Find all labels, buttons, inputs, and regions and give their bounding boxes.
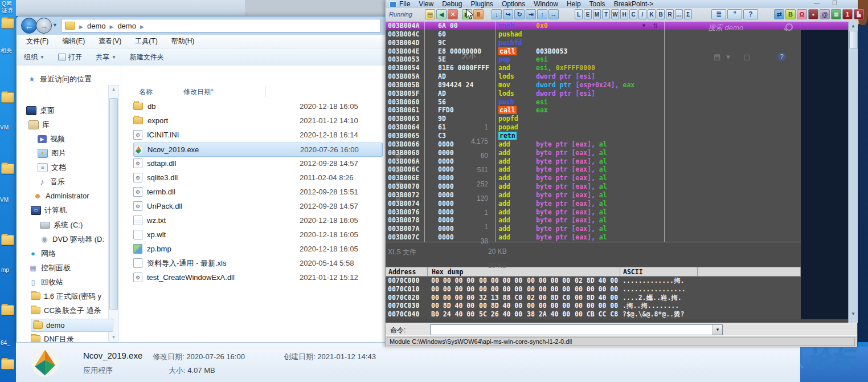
debugger-toolbar-button[interactable]: ● bbox=[808, 9, 818, 19]
minimize-button[interactable]: — bbox=[814, 0, 820, 6]
breadcrumb-segment[interactable]: demo bbox=[117, 22, 136, 30]
sidebar-item[interactable]: ▭计算机 bbox=[31, 204, 67, 216]
hex-row[interactable]: 0070C00000 00 00 0000 00 00 0000 00 00 0… bbox=[386, 277, 801, 285]
sidebar-item[interactable]: ▦控制面板 bbox=[28, 262, 71, 274]
file-row[interactable]: ⚙ICINIT.INI2020-12-18 16:14 bbox=[133, 128, 382, 141]
debugger-menu-item[interactable]: BreakPoint-> bbox=[614, 0, 654, 8]
debugger-toolbar-button[interactable]: → bbox=[548, 9, 559, 19]
sidebar-item[interactable]: ●图片 bbox=[38, 147, 66, 159]
forward-button[interactable]: → bbox=[36, 18, 52, 34]
toolbar-item-share[interactable]: 共享▼ bbox=[89, 51, 123, 63]
breadcrumb[interactable]: ▶demo▶demo▶ bbox=[75, 22, 148, 30]
disasm-row[interactable]: 003B006C0000addbyte ptr [eax],al bbox=[386, 165, 801, 174]
scroll-down-icon[interactable]: ▼ bbox=[109, 335, 118, 340]
scrollbar-thumb[interactable] bbox=[849, 31, 858, 49]
disasm-row[interactable]: 003B005B894424 24movdword ptr[esp+0x24],… bbox=[386, 81, 801, 90]
scrollbar-thumb[interactable] bbox=[109, 98, 118, 310]
menu-item[interactable]: 编辑(E) bbox=[62, 36, 85, 46]
toolbar-item-open[interactable]: 打开 bbox=[51, 51, 89, 63]
pane-divider[interactable] bbox=[121, 66, 121, 342]
dropdown-arrow-icon[interactable]: ▼ bbox=[641, 23, 646, 29]
sidebar-item[interactable]: ♪音乐 bbox=[38, 176, 65, 188]
disasm-row[interactable]: 003B006E0000addbyte ptr [eax],al bbox=[386, 174, 801, 182]
debugger-toolbar-button[interactable]: 1 bbox=[842, 9, 853, 19]
toolbar-item-organize[interactable]: 组织▼ bbox=[17, 51, 51, 63]
sidebar-item[interactable]: ●网络 bbox=[28, 247, 56, 259]
debugger-toolbar-button[interactable]: M bbox=[593, 9, 601, 19]
file-row[interactable]: Ncov_2019.exe2020-07-26 16:00 bbox=[133, 143, 383, 157]
menu-item[interactable]: 帮助(H) bbox=[171, 36, 195, 46]
disasm-row[interactable]: 003B00680000addbyte ptr [eax],al bbox=[386, 149, 801, 157]
disasm-row[interactable]: 003B00700000addbyte ptr [eax],al bbox=[386, 182, 801, 191]
debugger-toolbar-button[interactable]: ↪ bbox=[503, 9, 513, 19]
hex-row[interactable]: 0070C01000 00 00 0000 00 00 0000 00 00 0… bbox=[386, 285, 801, 294]
debugger-toolbar-button[interactable]: E bbox=[584, 9, 592, 19]
file-row[interactable]: export2021-01-12 14:10 bbox=[133, 114, 382, 127]
history-chevron-icon[interactable]: ▼ bbox=[52, 22, 58, 28]
menu-item[interactable]: 工具(T) bbox=[135, 36, 157, 46]
debugger-menu-item[interactable]: Debug bbox=[442, 0, 462, 8]
desktop-folder-icon[interactable] bbox=[1, 164, 14, 174]
file-row[interactable]: ⚙sdtapi.dll2012-09-28 14:57 bbox=[133, 157, 382, 170]
file-row[interactable]: 资料导入-通用 - 最新.xls2020-05-14 5:58 bbox=[133, 257, 382, 270]
debugger-menu-item[interactable]: Plugins bbox=[471, 0, 493, 8]
debugger-toolbar-button[interactable]: ▙ bbox=[854, 9, 864, 19]
disasm-row[interactable]: 003B006056pushesi bbox=[386, 98, 801, 107]
address-bar[interactable]: ▶demo▶demo▶ bbox=[61, 19, 381, 32]
disasm-row[interactable]: 003B00760000addbyte ptr [eax],al bbox=[386, 208, 801, 217]
file-row[interactable]: ⚙termb.dll2012-09-28 15:51 bbox=[133, 185, 382, 198]
disasm-row[interactable]: 003B006461popad bbox=[386, 123, 801, 132]
disasm-scrollbar[interactable]: ▲ ▼ bbox=[848, 22, 858, 323]
file-row[interactable]: wz.txt2020-12-18 16:05 bbox=[133, 214, 382, 227]
disasm-row[interactable]: 003B007A0000addbyte ptr [eax],al bbox=[386, 225, 801, 233]
file-row[interactable]: zp.bmp2020-12-18 16:05 bbox=[133, 242, 382, 255]
sidebar-scrollbar[interactable]: ▲ ▼ bbox=[108, 85, 119, 342]
debugger-toolbar-button[interactable]: ✕ bbox=[448, 9, 458, 19]
debugger-toolbar-button[interactable]: ↻ bbox=[514, 9, 525, 19]
file-row[interactable]: ⚙test_CreateWindowExA.dll2021-01-12 15:1… bbox=[133, 271, 382, 284]
desktop-folder-icon[interactable] bbox=[1, 235, 14, 245]
disasm-row[interactable]: 003B005481E6 0000FFFFandesi,0xFFFF0000 bbox=[386, 64, 801, 72]
debugger-toolbar-button[interactable]: … bbox=[675, 9, 683, 19]
sidebar-item[interactable]: ★最近访问的位置 bbox=[27, 73, 92, 85]
hex-row[interactable]: 0070C03000 8D 40 0000 8D 40 0000 00 00 0… bbox=[386, 302, 801, 310]
desktop-folder-icon[interactable] bbox=[1, 305, 14, 315]
disasm-row[interactable]: 003B0065C3retn bbox=[386, 132, 801, 140]
desktop-folder-icon[interactable] bbox=[1, 359, 14, 369]
back-button[interactable]: ← bbox=[21, 18, 37, 34]
debugger-toolbar-button[interactable]: Ω bbox=[797, 9, 807, 19]
debugger-toolbar-button[interactable]: ▦ bbox=[831, 9, 841, 19]
follow-jump-icon[interactable]: ⇅ bbox=[653, 22, 658, 30]
sidebar-item[interactable]: ☻Administrator bbox=[33, 190, 89, 202]
scroll-down-icon[interactable]: ▼ bbox=[849, 311, 858, 316]
sidebar-item[interactable]: 库 bbox=[28, 119, 50, 131]
debugger-menu-item[interactable]: Tools bbox=[589, 0, 605, 8]
sidebar-item[interactable]: 桌面 bbox=[26, 104, 55, 116]
debugger-menu-item[interactable]: Window bbox=[534, 0, 558, 8]
sidebar-item[interactable]: ▶视频 bbox=[38, 133, 65, 145]
disasm-row[interactable]: 003B004D9Cpushfd bbox=[386, 39, 801, 47]
sidebar-item[interactable]: ≡文档 bbox=[38, 161, 66, 173]
debugger-toolbar-button[interactable]: ≣ bbox=[711, 9, 726, 19]
file-row[interactable]: xp.wlt2020-12-18 16:05 bbox=[133, 228, 382, 241]
debugger-toolbar-button[interactable]: K bbox=[648, 9, 656, 19]
hex-row[interactable]: 0070C02000 00 00 0032 13 88 C002 00 8D C… bbox=[386, 294, 801, 302]
command-dropdown-icon[interactable]: ▼ bbox=[713, 325, 722, 335]
debugger-toolbar-button[interactable]: R bbox=[666, 9, 674, 19]
menu-item[interactable]: 查看(V) bbox=[99, 36, 121, 46]
debugger-toolbar-button[interactable]: ◀ bbox=[436, 9, 447, 19]
debugger-toolbar-button[interactable]: W bbox=[611, 9, 619, 19]
command-input[interactable]: ▼ bbox=[430, 324, 723, 335]
menu-item[interactable]: 文件(F) bbox=[26, 36, 48, 46]
sidebar-item[interactable]: CC换肤盒子 通杀 bbox=[31, 304, 101, 316]
debugger-menu-item[interactable]: File bbox=[399, 0, 410, 8]
debugger-toolbar-button[interactable]: ▤ bbox=[425, 9, 435, 19]
file-row[interactable]: ⚙sqlite3.dll2011-02-04 8:26 bbox=[133, 171, 382, 184]
debugger-toolbar-button[interactable]: T bbox=[602, 9, 610, 19]
debugger-toolbar-button[interactable]: ? bbox=[743, 9, 758, 19]
disasm-row[interactable]: 003B005FADlodsdword ptr [esi] bbox=[386, 90, 801, 98]
column-header-name[interactable]: 名称 bbox=[139, 85, 153, 99]
disasm-row[interactable]: 003B0061FFD0calleax bbox=[386, 106, 801, 115]
debugger-toolbar-button[interactable]: C bbox=[629, 9, 637, 19]
toolbar-item-new-folder[interactable]: 新建文件夹 bbox=[123, 51, 171, 63]
